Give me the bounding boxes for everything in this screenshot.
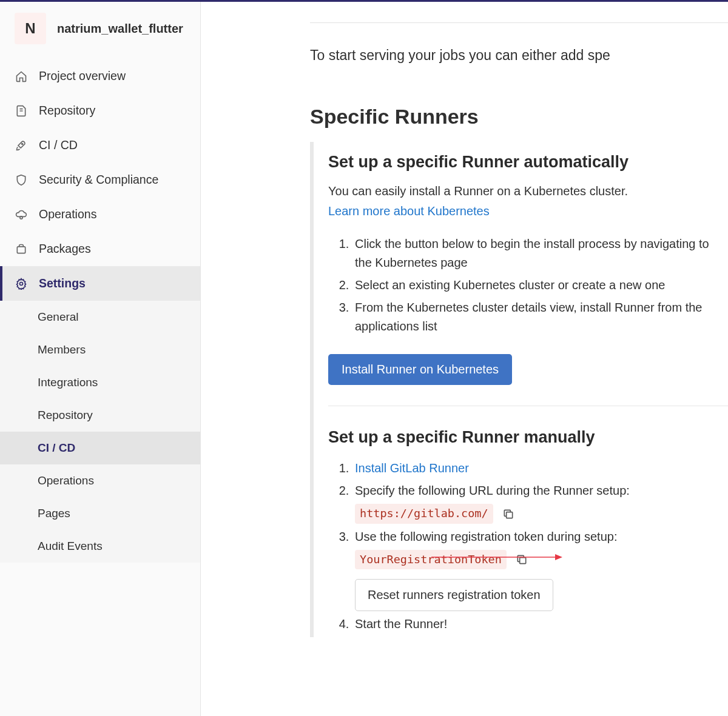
auto-setup-desc: You can easily install a Runner on a Kub… [328,182,728,202]
subnav-operations[interactable]: Operations [0,464,200,497]
subnav-integrations[interactable]: Integrations [0,366,200,399]
rocket-icon [15,139,28,152]
svg-point-0 [22,143,23,144]
auto-step-2: Select an existing Kubernetes cluster or… [352,276,716,298]
reset-registration-token-button[interactable]: Reset runners registration token [355,579,553,611]
copy-url-button[interactable] [502,508,514,520]
runners-card: Set up a specific Runner automatically Y… [310,142,728,637]
sidebar-item-label: Operations [39,207,96,221]
manual-step-2: Specify the following URL during the Run… [352,481,716,527]
project-name: natrium_wallet_flutter [57,22,183,36]
auto-setup-heading: Set up a specific Runner automatically [328,150,728,182]
sidebar-item-operations[interactable]: Operations [0,197,200,232]
cloud-gear-icon [15,208,28,221]
auto-step-1: Click the button below to begin the inst… [352,235,716,276]
file-icon [15,104,28,118]
sidebar-item-label: Project overview [39,69,126,83]
sidebar-item-project-overview[interactable]: Project overview [0,59,200,93]
install-runner-kubernetes-button[interactable]: Install Runner on Kubernetes [328,354,512,385]
manual-step-4: Start the Runner! [352,615,716,637]
copy-token-button[interactable] [516,554,528,566]
runner-url-code: https://gitlab.com/ [355,504,493,524]
auto-step-3: From the Kubernetes cluster details view… [352,298,716,340]
page-layout: N natrium_wallet_flutter Project overvie… [0,2,728,716]
svg-point-1 [20,216,22,218]
sidebar-item-label: Packages [39,242,91,256]
svg-rect-5 [520,558,526,564]
sidebar-item-label: Settings [39,276,86,290]
sidebar-item-settings[interactable]: Settings [0,266,200,301]
sidebar-item-security[interactable]: Security & Compliance [0,162,200,197]
svg-point-3 [20,282,23,285]
auto-steps-list: Click the button below to begin the inst… [328,222,728,340]
shield-icon [15,173,28,187]
sidebar-item-label: Security & Compliance [39,173,158,187]
main-content: To start serving your jobs you can eithe… [201,2,728,716]
sidebar-item-cicd[interactable]: CI / CD [0,128,200,162]
project-avatar: N [15,13,46,44]
manual-step-3-text: Use the following registration token dur… [355,530,617,543]
subnav-repository[interactable]: Repository [0,399,200,432]
svg-rect-2 [17,246,25,253]
sidebar: N natrium_wallet_flutter Project overvie… [0,2,201,716]
card-separator [328,406,728,406]
subnav-audit-events[interactable]: Audit Events [0,530,200,563]
package-icon [15,243,28,256]
install-gitlab-runner-link[interactable]: Install GitLab Runner [355,461,469,475]
subnav-general[interactable]: General [0,301,200,333]
manual-steps-list: Install GitLab Runner Specify the follow… [328,458,728,637]
manual-setup-heading: Set up a specific Runner manually [328,426,728,458]
manual-step-2-text: Specify the following URL during the Run… [355,484,630,497]
svg-rect-4 [507,512,513,518]
sidebar-item-packages[interactable]: Packages [0,232,200,266]
sidebar-item-repository[interactable]: Repository [0,93,200,128]
sidebar-nav: Project overview Repository CI / CD Secu… [0,55,200,301]
sidebar-item-label: Repository [39,104,95,118]
gear-icon [15,277,28,290]
subnav-cicd[interactable]: CI / CD [0,432,200,464]
subnav-members[interactable]: Members [0,333,200,366]
registration-token-code: YourRegistrationToken [355,550,507,570]
subnav-pages[interactable]: Pages [0,497,200,530]
settings-subnav: General Members Integrations Repository … [0,301,200,563]
specific-runners-heading: Specific Runners [310,64,728,142]
learn-more-kubernetes-link[interactable]: Learn more about Kubernetes [328,204,490,218]
home-icon [15,70,28,83]
sidebar-item-label: CI / CD [39,138,78,152]
intro-text: To start serving your jobs you can eithe… [310,23,728,64]
manual-step-1: Install GitLab Runner [352,459,716,481]
manual-step-3: Use the following registration token dur… [352,527,716,615]
project-header[interactable]: N natrium_wallet_flutter [0,12,200,55]
